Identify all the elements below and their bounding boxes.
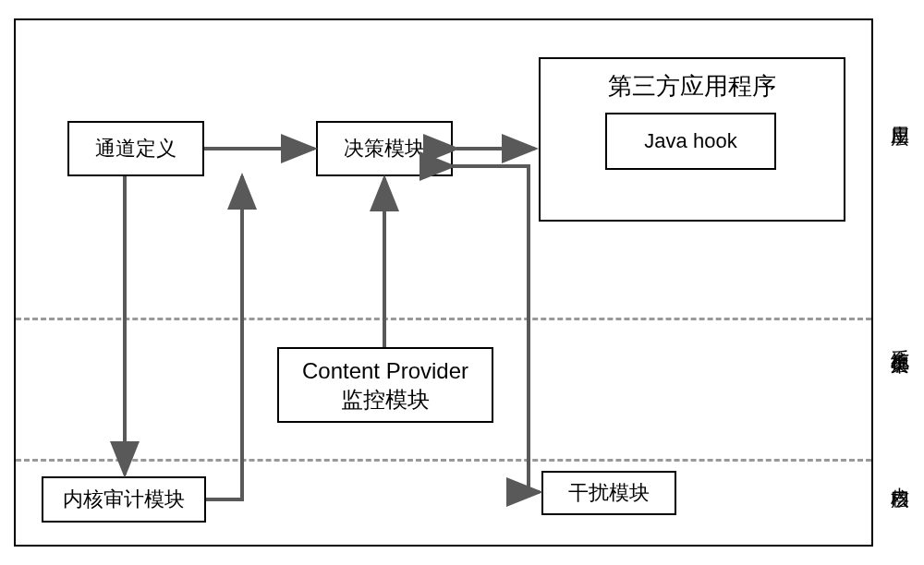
content-provider-monitor-box: Content Provider 监控模块	[277, 347, 493, 423]
kernel-audit-box: 内核审计模块	[42, 476, 206, 523]
cp-monitor-line1: Content Provider	[302, 356, 468, 385]
channel-def-label: 通道定义	[95, 135, 176, 162]
channel-def-box: 通道定义	[67, 121, 204, 176]
divider-framework-kernel	[16, 459, 871, 462]
decision-module-box: 决策模块	[316, 121, 453, 176]
framework-layer-label: 系统框架层	[888, 334, 913, 343]
app-layer-label: 应用层	[888, 111, 913, 116]
interference-module-label: 干扰模块	[568, 479, 650, 507]
third-party-app-title: 第三方应用程序	[541, 59, 844, 102]
java-hook-label: Java hook	[644, 129, 736, 153]
kernel-layer-label: 内核层	[888, 473, 913, 478]
interference-module-box: 干扰模块	[541, 471, 676, 515]
cp-monitor-line2: 监控模块	[341, 385, 430, 414]
kernel-audit-label: 内核审计模块	[63, 486, 185, 513]
divider-app-framework	[16, 318, 871, 320]
java-hook-box: Java hook	[605, 113, 776, 170]
third-party-app-box: 第三方应用程序 Java hook	[539, 57, 845, 222]
decision-module-label: 决策模块	[344, 135, 425, 162]
